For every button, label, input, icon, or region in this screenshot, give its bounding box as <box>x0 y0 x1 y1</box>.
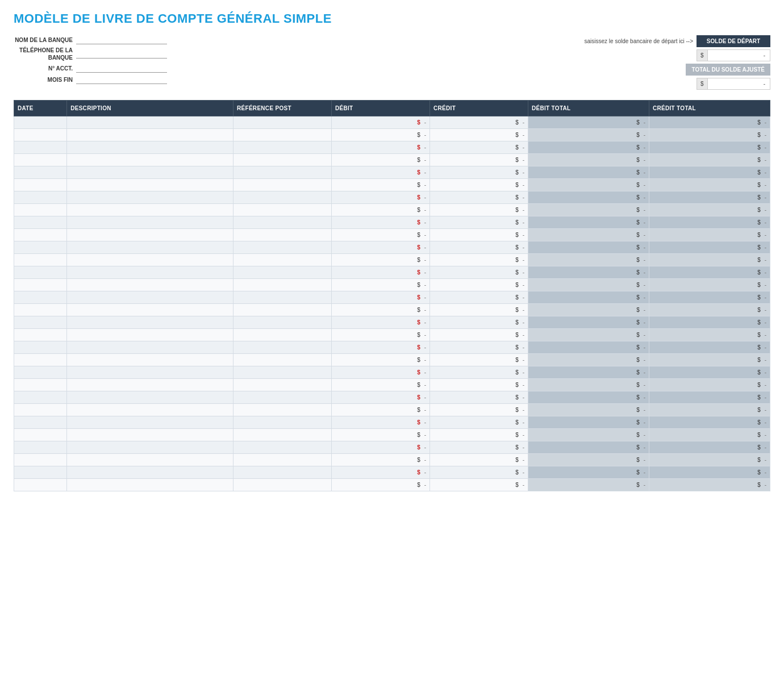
cell-reference[interactable] <box>233 379 331 391</box>
cell-date[interactable] <box>14 429 67 441</box>
cell-debit[interactable]: $ - <box>332 204 430 216</box>
cell-reference[interactable] <box>233 354 331 366</box>
cell-debit[interactable]: $ - <box>332 216 430 229</box>
cell-reference[interactable] <box>233 204 331 216</box>
cell-date[interactable] <box>14 291 67 304</box>
cell-date[interactable] <box>14 354 67 366</box>
cell-date[interactable] <box>14 441 67 454</box>
cell-date[interactable] <box>14 166 67 179</box>
cell-debit[interactable]: $ - <box>332 291 430 304</box>
cell-debit[interactable]: $ - <box>332 154 430 166</box>
cell-reference[interactable] <box>233 329 331 341</box>
cell-description[interactable] <box>67 154 233 166</box>
cell-debit[interactable]: $ - <box>332 191 430 204</box>
cell-credit[interactable]: $ - <box>430 329 528 341</box>
cell-date[interactable] <box>14 254 67 266</box>
cell-description[interactable] <box>67 229 233 241</box>
cell-debit[interactable]: $ - <box>332 166 430 179</box>
cell-date[interactable] <box>14 341 67 354</box>
bank-phone-input[interactable] <box>76 49 167 59</box>
cell-description[interactable] <box>67 241 233 254</box>
cell-description[interactable] <box>67 379 233 391</box>
cell-credit[interactable]: $ - <box>430 404 528 416</box>
cell-description[interactable] <box>67 466 233 479</box>
cell-reference[interactable] <box>233 341 331 354</box>
cell-date[interactable] <box>14 204 67 216</box>
month-input[interactable] <box>76 75 167 84</box>
cell-credit[interactable]: $ - <box>430 291 528 304</box>
cell-debit[interactable]: $ - <box>332 366 430 379</box>
cell-credit[interactable]: $ - <box>430 441 528 454</box>
cell-description[interactable] <box>67 141 233 154</box>
cell-debit[interactable]: $ - <box>332 141 430 154</box>
cell-debit[interactable]: $ - <box>332 404 430 416</box>
cell-credit[interactable]: $ - <box>430 366 528 379</box>
cell-debit[interactable]: $ - <box>332 241 430 254</box>
cell-credit[interactable]: $ - <box>430 179 528 191</box>
cell-reference[interactable] <box>233 154 331 166</box>
cell-credit[interactable]: $ - <box>430 454 528 466</box>
cell-description[interactable] <box>67 179 233 191</box>
cell-debit[interactable]: $ - <box>332 279 430 291</box>
cell-reference[interactable] <box>233 316 331 329</box>
cell-reference[interactable] <box>233 254 331 266</box>
cell-credit[interactable]: $ - <box>430 279 528 291</box>
cell-debit[interactable]: $ - <box>332 304 430 316</box>
cell-description[interactable] <box>67 266 233 279</box>
cell-date[interactable] <box>14 416 67 429</box>
cell-description[interactable] <box>67 329 233 341</box>
cell-reference[interactable] <box>233 404 331 416</box>
cell-credit[interactable]: $ - <box>430 129 528 141</box>
cell-debit[interactable]: $ - <box>332 416 430 429</box>
cell-description[interactable] <box>67 204 233 216</box>
cell-credit[interactable]: $ - <box>430 229 528 241</box>
cell-reference[interactable] <box>233 429 331 441</box>
cell-debit[interactable]: $ - <box>332 391 430 404</box>
cell-reference[interactable] <box>233 304 331 316</box>
cell-credit[interactable]: $ - <box>430 416 528 429</box>
cell-reference[interactable] <box>233 279 331 291</box>
cell-debit[interactable]: $ - <box>332 379 430 391</box>
cell-reference[interactable] <box>233 479 331 491</box>
cell-credit[interactable]: $ - <box>430 254 528 266</box>
cell-description[interactable] <box>67 191 233 204</box>
bank-name-input[interactable] <box>76 35 167 44</box>
cell-debit[interactable]: $ - <box>332 229 430 241</box>
cell-credit[interactable]: $ - <box>430 429 528 441</box>
cell-description[interactable] <box>67 304 233 316</box>
cell-credit[interactable]: $ - <box>430 466 528 479</box>
cell-credit[interactable]: $ - <box>430 354 528 366</box>
cell-date[interactable] <box>14 391 67 404</box>
cell-credit[interactable]: $ - <box>430 266 528 279</box>
cell-reference[interactable] <box>233 266 331 279</box>
cell-credit[interactable]: $ - <box>430 216 528 229</box>
cell-credit[interactable]: $ - <box>430 479 528 491</box>
cell-date[interactable] <box>14 116 67 129</box>
cell-description[interactable] <box>67 391 233 404</box>
cell-description[interactable] <box>67 216 233 229</box>
account-input[interactable] <box>76 64 167 73</box>
cell-reference[interactable] <box>233 166 331 179</box>
cell-credit[interactable]: $ - <box>430 166 528 179</box>
cell-reference[interactable] <box>233 366 331 379</box>
cell-description[interactable] <box>67 354 233 366</box>
cell-date[interactable] <box>14 229 67 241</box>
cell-credit[interactable]: $ - <box>430 241 528 254</box>
cell-description[interactable] <box>67 366 233 379</box>
cell-date[interactable] <box>14 216 67 229</box>
cell-credit[interactable]: $ - <box>430 341 528 354</box>
cell-reference[interactable] <box>233 179 331 191</box>
cell-debit[interactable]: $ - <box>332 354 430 366</box>
cell-debit[interactable]: $ - <box>332 129 430 141</box>
cell-reference[interactable] <box>233 216 331 229</box>
cell-date[interactable] <box>14 191 67 204</box>
cell-reference[interactable] <box>233 291 331 304</box>
cell-debit[interactable]: $ - <box>332 254 430 266</box>
cell-credit[interactable]: $ - <box>430 304 528 316</box>
cell-description[interactable] <box>67 116 233 129</box>
cell-date[interactable] <box>14 329 67 341</box>
cell-credit[interactable]: $ - <box>430 191 528 204</box>
cell-date[interactable] <box>14 379 67 391</box>
cell-date[interactable] <box>14 479 67 491</box>
cell-description[interactable] <box>67 279 233 291</box>
